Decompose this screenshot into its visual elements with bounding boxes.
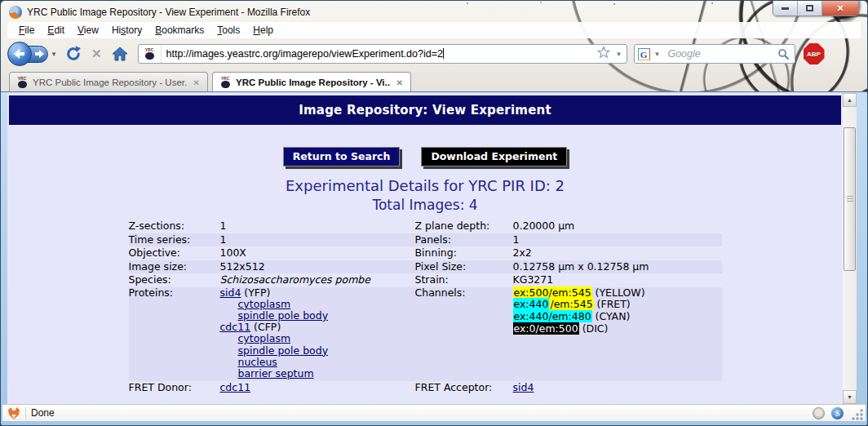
status-bar: Done S (2, 404, 866, 421)
search-box[interactable]: G ▼ Google (634, 44, 795, 64)
location-link[interactable]: cytoplasm (238, 298, 291, 310)
channels-list: ex:500/em:545 (YELLOW)ex:440/em:545 (FRE… (513, 287, 722, 335)
menu-edit[interactable]: Edit (41, 23, 71, 38)
detail-value: 512x512 (220, 260, 415, 274)
channels-label: Channels: (415, 287, 513, 299)
scroll-down-button[interactable]: ▼ (843, 390, 857, 404)
minimize-button[interactable] (773, 1, 798, 16)
tab-close-icon[interactable]: ✕ (192, 78, 202, 88)
fret-donor-link[interactable]: cdc11 (220, 381, 251, 393)
scroll-up-button[interactable]: ▲ (843, 93, 857, 107)
tab-2[interactable]: YRCYRC Public Image Repository - Vi...✕ (212, 72, 411, 92)
search-go-button[interactable] (777, 48, 790, 60)
protein-tag: (CFP) (254, 321, 281, 333)
close-button[interactable]: ✕ (822, 1, 858, 16)
detail-label: Pixel Size: (415, 260, 513, 274)
channel-chip: ex:440/em:480 (513, 310, 592, 322)
scrollbar-thumb[interactable] (844, 127, 856, 271)
detail-label: Time series: (129, 233, 220, 247)
details-table: Z-sections:1Z plane depth:0.20000 μmTime… (129, 220, 722, 395)
location-link[interactable]: cytoplasm (238, 332, 291, 344)
channel-suffix: (FRET) (594, 298, 631, 310)
menu-bar: FileEditViewHistoryBookmarksToolsHelp (7, 22, 861, 38)
page-viewport: Image Repository: View Experiment Return… (7, 93, 843, 404)
vertical-scrollbar[interactable]: ▲ ▼ (843, 93, 857, 404)
location-link[interactable]: barrier septum (238, 367, 314, 379)
back-button[interactable] (7, 42, 32, 66)
status-text: Done (31, 407, 813, 419)
yrc-favicon-icon: YRC (219, 76, 232, 89)
proteins-label: Proteins: (129, 287, 220, 299)
maximize-button[interactable] (798, 1, 822, 16)
protein-link-sid4[interactable]: sid4 (220, 286, 241, 299)
detail-value: 2x2 (513, 246, 722, 260)
site-favicon-cell[interactable]: YRC (139, 45, 162, 63)
bookmark-star-icon[interactable] (597, 46, 610, 62)
url-input[interactable]: http://images.yeastrc.org/imagerepo/view… (162, 48, 596, 60)
noscript-icon[interactable]: S (831, 407, 844, 419)
history-dropdown-icon[interactable]: ▼ (51, 51, 57, 58)
location-link[interactable]: nucleus (238, 356, 277, 368)
location-link[interactable]: spindle pole body (238, 309, 329, 322)
tab-1[interactable]: YRCYRC Public Image Repository - User...… (9, 72, 208, 92)
details-row: Time series:1Panels:1 (129, 233, 722, 247)
channel-chip: ex:500/em:545 (513, 286, 592, 299)
google-engine-icon[interactable]: G (638, 48, 650, 60)
channel-suffix: (CYAN) (592, 310, 631, 322)
location-bar[interactable]: YRC http://images.yeastrc.org/imagerepo/… (138, 44, 627, 64)
reload-icon (65, 46, 82, 62)
detail-label: Panels: (415, 233, 513, 247)
channel-entry: ex:0/em:500 (DIC) (513, 323, 722, 335)
protein-entry: cdc11 (CFP) (220, 322, 415, 333)
menu-bookmarks[interactable]: Bookmarks (148, 23, 210, 38)
tab-title: YRC Public Image Repository - User... (33, 78, 188, 87)
protein-location: spindle pole body (220, 345, 415, 357)
stop-button[interactable]: ✕ (91, 47, 102, 61)
adblock-plus-icon[interactable]: ABP (804, 43, 825, 64)
window-title: YRC Public Image Repository - View Exper… (27, 7, 310, 18)
tab-bar: YRCYRC Public Image Repository - User...… (7, 69, 861, 92)
detail-value: 1 (220, 220, 415, 233)
protein-location: spindle pole body (220, 310, 415, 322)
history-nav-group: ▼ (7, 42, 60, 66)
resize-grip[interactable] (852, 409, 863, 420)
detail-label: Z-sections: (129, 220, 220, 233)
menu-help[interactable]: Help (246, 23, 280, 38)
protein-location: cytoplasm (220, 299, 415, 310)
url-dropdown-icon[interactable]: ▼ (612, 51, 627, 58)
protein-entry: sid4 (YFP) (220, 287, 415, 299)
detail-value: 0.20000 μm (513, 220, 722, 233)
home-icon (112, 47, 128, 61)
search-engine-dropdown-icon[interactable]: ▼ (650, 51, 665, 58)
stop-icon: ✕ (91, 47, 102, 61)
detail-value: 100X (220, 246, 415, 260)
channel-entry: ex:500/em:545 (YELLOW) (513, 287, 722, 299)
title-bar[interactable]: YRC Public Image Repository - View Exper… (9, 4, 753, 20)
search-input[interactable]: Google (664, 48, 772, 60)
menu-tools[interactable]: Tools (210, 23, 246, 38)
tab-close-icon[interactable]: ✕ (395, 78, 405, 88)
tab-title: YRC Public Image Repository - Vi... (236, 78, 391, 87)
detail-label: Binning: (415, 246, 513, 260)
menu-file[interactable]: File (12, 23, 41, 38)
fret-donor-label: FRET Donor: (129, 381, 220, 395)
detail-value: Schizosaccharomyces pombe (220, 273, 415, 287)
protein-location: nucleus (220, 357, 415, 368)
menu-view[interactable]: View (71, 23, 105, 38)
protein-link-cdc11[interactable]: cdc11 (220, 321, 251, 333)
page-title: Experimental Details for YRC PIR ID: 2 (7, 177, 843, 194)
menu-history[interactable]: History (105, 23, 148, 38)
reload-button[interactable] (65, 46, 82, 62)
action-button-row: Return to Search Download Experiment (7, 147, 843, 166)
back-arrow-icon (14, 49, 25, 59)
channel-suffix: (YELLOW) (592, 286, 645, 299)
location-link[interactable]: spindle pole body (238, 344, 329, 357)
details-row: Image size:512x512Pixel Size:0.12758 μm … (129, 260, 722, 274)
close-icon: ✕ (836, 3, 844, 14)
download-experiment-button[interactable]: Download Experiment (421, 147, 567, 166)
greasemonkey-icon[interactable] (813, 407, 825, 419)
fret-acceptor-link[interactable]: sid4 (513, 381, 534, 393)
return-to-search-button[interactable]: Return to Search (283, 147, 401, 166)
home-button[interactable] (112, 47, 128, 61)
channel-chip: ex:0/em:500 (513, 322, 579, 335)
